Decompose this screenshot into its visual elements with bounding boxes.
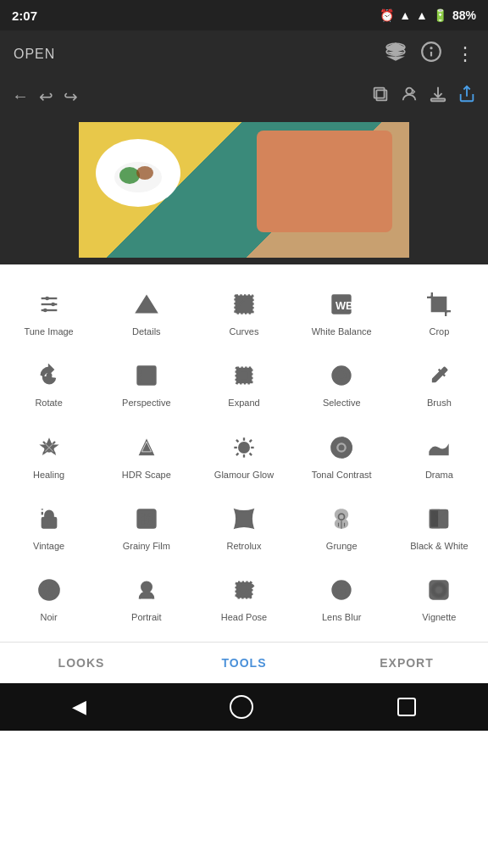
svg-point-19 [43,309,47,313]
svg-point-28 [47,374,51,378]
portrait-label: Portrait [131,611,161,623]
tonal-contrast-label: Tonal Contrast [312,469,372,481]
app-bar: OPEN ⋮ [0,31,488,78]
tonal-contrast-icon [330,433,353,462]
tool-black-white[interactable]: Black & White [391,492,488,564]
tune-image-label: Tune Image [24,326,73,337]
glamour-glow-icon [232,433,256,462]
svg-rect-9 [431,99,446,102]
svg-point-59 [141,514,143,515]
battery-level: 88% [452,8,476,22]
back-button[interactable]: ◀ [72,696,86,718]
svg-point-62 [141,518,143,520]
tool-brush[interactable]: Brush [391,349,488,420]
info-icon[interactable] [420,41,442,68]
battery-icon: 🔋 [433,8,447,22]
tab-export[interactable]: EXPORT [325,643,488,683]
tool-white-balance[interactable]: WB White Balance [293,278,391,349]
tool-selective[interactable]: Selective [293,349,391,420]
share-icon[interactable] [458,85,476,108]
tool-perspective[interactable]: Perspective [97,349,195,420]
tools-panel: Tune Image Details Curves WB White Balan… [0,264,488,683]
more-icon[interactable]: ⋮ [456,43,474,65]
layers-icon[interactable] [385,41,407,68]
tool-tune-image[interactable]: Tune Image [0,278,97,349]
food-plate [96,139,180,207]
tool-grunge[interactable]: Grunge [293,492,391,564]
svg-point-0 [393,44,399,50]
hdr-scape-label: HDR Scape [122,469,171,481]
tool-glamour-glow[interactable]: Glamour Glow [195,421,292,492]
svg-point-63 [145,517,148,520]
redo-icon[interactable]: ↪ [64,86,78,107]
app-title: OPEN [14,47,55,62]
tool-tonal-contrast[interactable]: Tonal Contrast [293,421,391,492]
tool-portrait[interactable]: Portrait [97,564,195,635]
rotate-label: Rotate [35,397,62,409]
editor-image [79,122,409,258]
home-button[interactable] [230,695,253,719]
tool-crop[interactable]: Crop [391,278,488,349]
noir-label: Noir [41,611,58,623]
tune-image-icon [37,290,61,319]
back-nav-icon[interactable]: ← [12,86,29,106]
svg-point-17 [45,297,49,301]
bottom-tabs: LOOKS TOOLS EXPORT [0,642,488,683]
tool-rotate[interactable]: Rotate [0,349,97,420]
healing-icon [37,433,61,462]
svg-point-80 [340,588,344,593]
lens-blur-label: Lens Blur [322,611,361,623]
editor-toolbar: ← ↩ ↪ [0,78,488,114]
svg-line-47 [250,453,252,454]
svg-point-52 [242,445,247,449]
tool-healing[interactable]: Healing [0,421,97,492]
duplicate-icon[interactable] [371,85,390,108]
tool-noir[interactable]: Noir [0,564,97,635]
lens-blur-icon [330,576,353,604]
nav-bar: ◀ [0,683,488,731]
vintage-icon [37,504,61,533]
brush-icon [427,361,451,390]
svg-point-66 [146,521,147,523]
app-bar-icons: ⋮ [385,41,474,68]
perspective-icon [135,361,158,390]
editor-canvas [0,114,488,264]
undo-icon[interactable]: ↩ [39,86,53,107]
recents-button[interactable] [397,698,416,716]
grainy-film-icon [135,504,158,533]
wifi-icon: ▲ [399,8,411,22]
black-white-label: Black & White [410,540,468,552]
vignette-label: Vignette [422,611,456,623]
tool-vintage[interactable]: Vintage [0,492,97,564]
svg-text:WB: WB [336,299,353,312]
tool-grainy-film[interactable]: Grainy Film [97,492,195,564]
noir-icon [37,576,61,604]
tool-details[interactable]: Details [97,278,195,349]
download-icon[interactable] [429,85,447,108]
tool-retrolux[interactable]: Retrolux [195,492,292,564]
svg-point-33 [338,372,346,380]
person-icon[interactable] [400,85,419,108]
details-label: Details [132,326,161,337]
tool-expand[interactable]: Expand [195,349,292,420]
expand-label: Expand [228,397,259,409]
tool-head-pose[interactable]: Head Pose [195,564,292,635]
tool-lens-blur[interactable]: Lens Blur [293,564,391,635]
tab-tools[interactable]: TOOLS [163,643,325,683]
black-white-icon [427,504,451,533]
brush-label: Brush [427,397,452,409]
tool-curves[interactable]: Curves [195,278,292,349]
svg-point-77 [240,584,247,592]
tool-drama[interactable]: Drama [391,421,488,492]
editor-area: ← ↩ ↪ [0,78,488,264]
tab-looks[interactable]: LOOKS [0,643,163,683]
tool-hdr-scape[interactable]: HDR Scape [97,421,195,492]
svg-rect-70 [430,509,440,527]
svg-point-64 [149,518,151,520]
svg-point-67 [149,521,151,523]
svg-line-51 [250,440,252,442]
tool-vignette[interactable]: Vignette [391,564,488,635]
expand-icon [232,361,256,390]
crop-icon [427,290,451,319]
svg-rect-6 [374,88,385,98]
